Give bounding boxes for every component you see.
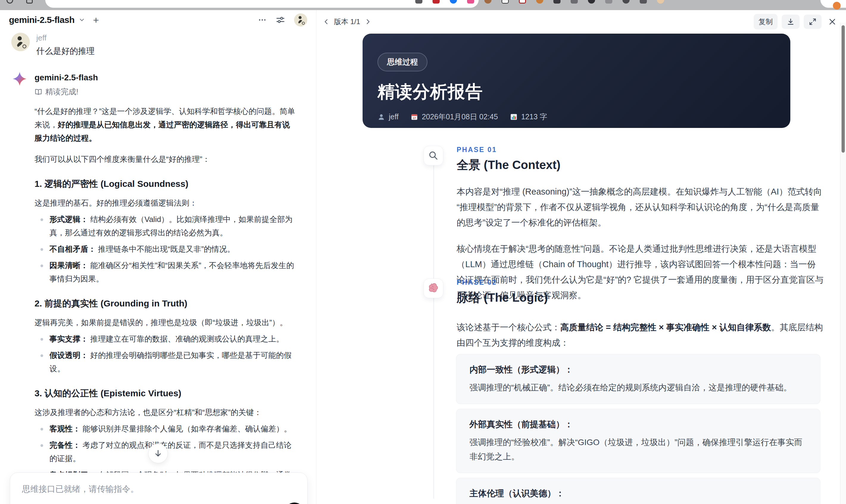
close-button[interactable] [826, 15, 839, 28]
magnifier-icon [424, 146, 443, 165]
extensions-puzzle-icon[interactable] [26, 0, 33, 4]
book-icon [35, 88, 42, 96]
scroll-to-bottom-button[interactable] [148, 444, 168, 463]
list-item: 客观性： 能够识别并尽量排除个人偏见（如幸存者偏差、确认偏差）。 [35, 422, 297, 436]
scrollbar[interactable] [840, 23, 846, 504]
list-item: 形式逻辑： 结构必须有效（Valid）。比如演绎推理中，如果前提全部为真，那么通… [35, 213, 297, 239]
extension-icon[interactable] [415, 0, 422, 4]
user-avatar[interactable] [294, 13, 307, 26]
extension-icon[interactable] [536, 0, 543, 4]
version-label: 版本 1/1 [334, 17, 360, 26]
section-intro: 这涉及推理者的心态和方法论，也是区分“杠精”和“思想家”的关键： [35, 406, 297, 419]
phase-paragraph: 本内容是对“推理 (Reasoning)”这一抽象概念的高层建模。在知识爆炸与人… [457, 184, 824, 230]
report-badge: 思维过程 [377, 53, 427, 71]
session-title[interactable]: gemini-2.5-flash [9, 15, 74, 25]
extension-icon[interactable] [605, 0, 612, 4]
chevron-left-icon[interactable] [323, 18, 330, 25]
reload-icon[interactable] [6, 0, 13, 4]
calendar-icon: 17 [410, 113, 418, 121]
chat-header: gemini-2.5-flash + [0, 10, 316, 30]
section-title: 1. 逻辑的严密性 (Logical Soundness) [35, 178, 297, 190]
extension-icon[interactable] [519, 0, 526, 4]
assistant-message: gemini-2.5-flash 精读完成! “什么是好的推理？”这是一个涉及逻… [11, 72, 307, 504]
report-hero-card: 思维过程 精读分析报告 jeff 17 2026年01月08日 02:45 12… [363, 34, 790, 128]
section-title: 3. 认知的公正性 (Epistemic Virtues) [35, 388, 297, 399]
dimension-card: 主体伦理（认识美德）： 转向推理者的心理特征。引入奥卡姆剃刀和反向论证，旨在克服… [456, 478, 821, 504]
card-title: 内部一致性（形式逻辑）： [470, 364, 807, 376]
card-title: 外部真实性（前提基础）： [470, 419, 807, 431]
browser-tab-strip-fragment [821, 0, 846, 8]
brain-icon [424, 278, 443, 298]
chat-panel: gemini-2.5-flash + jeff 什么是好的推理 [0, 10, 316, 504]
browser-profile-avatar[interactable] [657, 0, 664, 4]
extension-icon[interactable] [484, 0, 492, 4]
user-name: jeff [36, 33, 95, 42]
close-icon [828, 18, 836, 26]
dimension-card: 外部真实性（前提基础）： 强调推理的“经验校准”。解决“GIGO（垃圾进，垃圾出… [456, 409, 821, 473]
extension-icon[interactable] [588, 0, 595, 4]
extension-icon[interactable] [622, 0, 630, 4]
chevron-right-icon[interactable] [364, 18, 371, 25]
extension-icon[interactable] [640, 0, 647, 4]
browser-toolbar [0, 0, 846, 10]
phase-label: PHASE 02 [457, 278, 824, 287]
extension-icon[interactable] [553, 0, 561, 4]
dimension-cards: 内部一致性（形式逻辑）： 强调推理的“机械正确”。结论必须在给定的规则系统内逻辑… [456, 354, 821, 504]
browser-nav-icons [6, 0, 33, 4]
user-message-text: 什么是好的推理 [36, 46, 95, 57]
version-nav: 版本 1/1 [323, 17, 371, 26]
bullet-list: 事实支撑： 推理建立在可靠的数据、准确的观测或公认的真理之上。 假设透明： 好的… [35, 332, 297, 376]
list-item: 事实支撑： 推理建立在可靠的数据、准确的观测或公认的真理之上。 [35, 332, 297, 346]
status-text: 精读完成! [45, 87, 78, 97]
list-item: 假设透明： 好的推理会明确指明哪些是已知事实，哪些是基于可能的假设。 [35, 349, 297, 376]
extension-icon[interactable] [571, 0, 578, 4]
intro-paragraph: “什么是好的推理？”这是一个涉及逻辑学、认知科学和哲学核心的问题。简单来说，好的… [35, 105, 297, 145]
model-settings-sliders-icon[interactable] [276, 15, 285, 25]
phase-title: 脉络 (The Logic) [457, 289, 824, 306]
gemini-star-icon [13, 72, 27, 86]
message-list: jeff 什么是好的推理 gemini-2.5-flash 精读完成! [0, 30, 316, 504]
arrow-down-icon [154, 449, 162, 458]
report-author: jeff [377, 112, 399, 121]
new-topic-button[interactable]: + [93, 15, 99, 25]
browser-extensions-row [415, 0, 664, 4]
section-title: 2. 前提的真实性 (Grounding in Truth) [35, 298, 297, 309]
card-body: 强调推理的“经验校准”。解决“GIGO（垃圾进，垃圾出）”问题，确保推理引擎运行… [470, 435, 807, 464]
voice-input-button[interactable] [285, 503, 304, 504]
user-message: jeff 什么是好的推理 [11, 33, 307, 57]
extension-icon[interactable] [450, 0, 457, 4]
report-date: 17 2026年01月08日 02:45 [410, 112, 498, 122]
extension-icon[interactable] [501, 0, 509, 4]
phase-label: PHASE 01 [457, 146, 824, 154]
browser-address-bar[interactable] [45, 0, 479, 8]
card-body: 强调推理的“机械正确”。结论必须在给定的规则系统内逻辑自洽，这是推理的硬件基础。 [470, 380, 807, 395]
assistant-status: 精读完成! [35, 87, 297, 97]
card-title: 主体伦理（认识美德）： [470, 488, 807, 500]
browser-tab-favicon[interactable] [833, 2, 841, 10]
assistant-content: “什么是好的推理？”这是一个涉及逻辑学、认知科学和哲学核心的问题。简单来说，好的… [35, 105, 297, 504]
composer[interactable]: 思维接口已就绪，请传输指令。 [10, 472, 307, 504]
copy-button[interactable]: 复制 [754, 14, 777, 30]
artifact-toolbar: 版本 1/1 复制 [317, 10, 846, 33]
list-item: 因果清晰： 能准确区分“相关性”和“因果关系”，不会轻率地将先后发生的事情归为因… [35, 259, 297, 286]
chevron-down-icon[interactable] [78, 17, 85, 23]
report-title: 精读分析报告 [377, 80, 775, 104]
scrollbar-thumb[interactable] [842, 25, 845, 152]
phase-paragraph: 该论述基于一个核心公式：高质量结论 = 结构完整性 × 事实准确性 × 认知自律… [457, 320, 824, 350]
dimensions-line: 我们可以从以下四个维度来衡量什么是“好的推理”： [35, 152, 297, 166]
report-meta: jeff 17 2026年01月08日 02:45 1213 字 [377, 112, 775, 122]
expand-button[interactable] [804, 15, 822, 29]
person-icon [377, 113, 385, 121]
report-word-count: 1213 字 [510, 112, 547, 122]
assistant-name: gemini-2.5-flash [35, 72, 297, 83]
extension-icon[interactable] [433, 0, 440, 4]
extension-icon[interactable] [467, 0, 474, 4]
artifact-panel: 版本 1/1 复制 思维过程 精读分析报告 jeff 17 [317, 10, 846, 504]
download-button[interactable] [782, 15, 799, 29]
composer-placeholder[interactable]: 思维接口已就绪，请传输指令。 [22, 484, 295, 495]
expand-icon [809, 18, 817, 26]
more-options-icon[interactable] [258, 16, 267, 24]
dimension-card: 内部一致性（形式逻辑）： 强调推理的“机械正确”。结论必须在给定的规则系统内逻辑… [456, 354, 821, 404]
phase-title: 全景 (The Context) [457, 157, 824, 173]
section-intro: 这是推理的基石。好的推理必须遵循逻辑法则： [35, 196, 297, 210]
